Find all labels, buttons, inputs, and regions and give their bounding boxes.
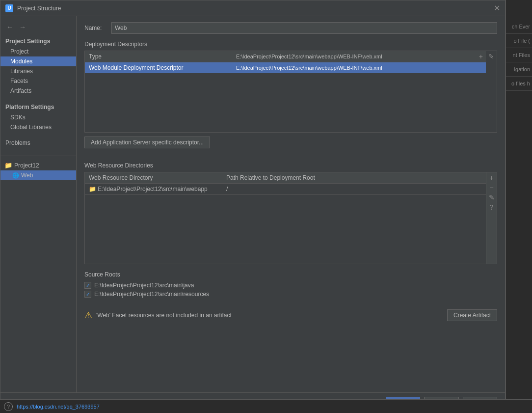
project-settings-section[interactable]: Project Settings [0, 36, 76, 47]
sidebar-item-artifacts[interactable]: Artifacts [0, 86, 76, 96]
help-button[interactable]: ? [4, 402, 13, 411]
right-panel-item-0: ch Ever [506, 20, 532, 34]
sidebar-item-project[interactable]: Project [0, 47, 76, 56]
right-panel: ch Ever o File ( nt Files igation o file… [505, 0, 532, 413]
create-artifact-button[interactable]: Create Artifact [447, 309, 497, 321]
right-panel-item-3: igation [506, 62, 532, 77]
sidebar-item-facets[interactable]: Facets [0, 76, 76, 86]
sidebar-item-modules[interactable]: Modules [0, 56, 76, 66]
source-root-item-0: E:\IdeaProject\Project12\src\main\java [84, 281, 497, 290]
wr-table-row[interactable]: 📁 E:\IdeaProject\Project12\src\main\weba… [85, 184, 486, 195]
wr-toolbar: + − ✎ ? [486, 172, 497, 264]
close-button[interactable]: ✕ [494, 4, 500, 12]
wr-col1-header: Web Resource Directory [85, 172, 222, 183]
wr-col2-header: Path Relative to Deployment Root [222, 172, 486, 183]
project-node-label: Project12 [14, 162, 39, 169]
title-bar: U Project Structure ✕ [0, 0, 505, 16]
web-resource-dirs-title: Web Resource Directories [84, 162, 497, 169]
back-button[interactable]: ← [4, 22, 15, 32]
descriptor-table-inner: Type E:\IdeaProject\Project12\src\main\w… [85, 51, 486, 132]
source-root-path-0: E:\IdeaProject\Project12\src\main\java [94, 282, 194, 289]
right-panel-item-1: o File ( [506, 34, 532, 48]
web-icon: 🌐 [12, 172, 19, 179]
forward-button[interactable]: → [17, 22, 28, 32]
descriptor-header: Type E:\IdeaProject\Project12\src\main\w… [85, 51, 486, 62]
web-node-label: Web [21, 172, 33, 179]
bottom-url: https://blog.csdn.net/qq_37693957 [17, 404, 100, 410]
descriptor-row[interactable]: Web Module Deployment Descriptor E:\Idea… [85, 62, 486, 73]
source-root-path-1: E:\IdeaProject\Project12\src\main\resour… [94, 291, 209, 298]
warning-area: ⚠ 'Web' Facet resources are not included… [84, 305, 497, 325]
right-panel-item-4: o files h [506, 77, 532, 91]
sidebar-item-global-libraries[interactable]: Global Libraries [0, 122, 76, 132]
wr-empty-area [85, 195, 486, 264]
wr-path-cell: / [222, 184, 486, 194]
deployment-descriptor-table: Type E:\IdeaProject\Project12\src\main\w… [84, 51, 497, 133]
sidebar-nav-bar: ← → [0, 20, 76, 34]
descriptor-empty-area [85, 73, 486, 132]
source-roots-section: Source Roots E:\IdeaProject\Project12\sr… [84, 271, 497, 299]
sidebar-item-problems[interactable]: Problems [0, 138, 76, 148]
source-root-item-1: E:\IdeaProject\Project12\src\main\resour… [84, 290, 497, 299]
folder-icon: 📁 [4, 162, 12, 169]
project-structure-dialog: U Project Structure ✕ ← → Project Settin… [0, 0, 505, 413]
wr-directory-value: E:\IdeaProject\Project12\src\main\webapp [98, 186, 207, 193]
source-root-checkbox-0[interactable] [84, 282, 91, 289]
add-descriptor-icon[interactable]: + [476, 52, 486, 61]
sidebar-item-libraries[interactable]: Libraries [0, 66, 76, 76]
source-roots-title: Source Roots [84, 271, 497, 278]
add-app-server-descriptor-button[interactable]: Add Application Server specific descript… [84, 137, 210, 148]
dialog-body: ← → Project Settings Project Modules Lib… [0, 16, 505, 392]
remove-wr-button[interactable]: − [487, 183, 496, 192]
descriptor-type-cell: Web Module Deployment Descriptor [85, 62, 232, 73]
type-col-header: Type [85, 51, 232, 62]
descriptor-toolbar: ✎ [486, 51, 497, 132]
bottom-bar: ? https://blog.csdn.net/qq_37693957 [0, 399, 532, 413]
sidebar: ← → Project Settings Project Modules Lib… [0, 16, 77, 392]
app-icon: U [5, 4, 13, 12]
wr-directory-cell: 📁 E:\IdeaProject\Project12\src\main\weba… [85, 184, 222, 194]
content-panel: Name: Deployment Descriptors Type E:\Ide… [77, 16, 505, 392]
wr-table-header: Web Resource Directory Path Relative to … [85, 172, 486, 184]
name-label: Name: [84, 25, 106, 31]
title-bar-left: U Project Structure [5, 4, 61, 12]
edit-wr-button[interactable]: ✎ [487, 193, 496, 202]
name-input[interactable] [111, 22, 497, 34]
web-node[interactable]: 🌐 Web [0, 170, 76, 180]
sidebar-item-sdks[interactable]: SDKs [0, 112, 76, 122]
wr-table-inner: Web Resource Directory Path Relative to … [85, 172, 486, 264]
edit-descriptor-button[interactable]: ✎ [487, 52, 496, 61]
right-panel-item-2: nt Files [506, 48, 532, 62]
dialog-title: Project Structure [17, 5, 61, 12]
wr-folder-icon: 📁 [89, 186, 98, 193]
deployment-descriptors-title: Deployment Descriptors [84, 41, 497, 48]
add-wr-button[interactable]: + [487, 173, 496, 182]
warning-icon: ⚠ [84, 310, 92, 321]
web-resource-table: Web Resource Directory Path Relative to … [84, 172, 497, 264]
warning-text: 'Web' Facet resources are not included i… [96, 312, 443, 319]
web-resource-section: Web Resource Directories Web Resource Di… [84, 162, 497, 264]
project-node[interactable]: 📁 Project12 [0, 160, 76, 170]
name-row: Name: [84, 22, 497, 34]
descriptor-path-cell: E:\IdeaProject\Project12\src\main\webapp… [232, 63, 486, 73]
source-root-checkbox-1[interactable] [84, 291, 91, 298]
path-col-header: E:\IdeaProject\Project12\src\main\webapp… [232, 52, 476, 61]
help-wr-button[interactable]: ? [487, 203, 496, 212]
platform-settings-section[interactable]: Platform Settings [0, 102, 76, 112]
